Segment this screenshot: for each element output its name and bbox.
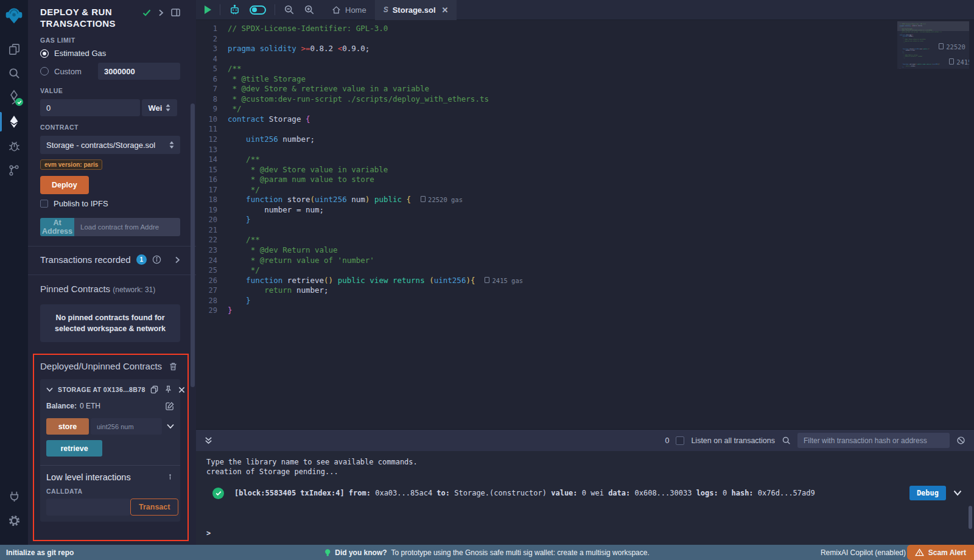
terminal-prompt[interactable]: >	[206, 529, 211, 537]
copilot-status[interactable]: RemixAI Copilot (enabled)	[821, 548, 906, 557]
tab-storage-sol[interactable]: S Storage.sol ✕	[375, 0, 457, 20]
zoom-out-icon[interactable]	[284, 4, 295, 15]
code-line[interactable]: 16 * @param num value to store	[196, 175, 974, 185]
code-line[interactable]: 9 */	[196, 104, 974, 114]
transactions-recorded-row[interactable]: Transactions recorded 1	[40, 254, 180, 265]
info-icon[interactable]	[152, 255, 161, 264]
code-line[interactable]: 2	[196, 34, 974, 44]
contract-select[interactable]: Storage - contracts/Storage.sol	[40, 136, 180, 154]
code-line[interactable]: 12 uint256 number;	[196, 135, 974, 145]
tab-close-icon[interactable]: ✕	[442, 5, 449, 15]
publish-ipfs-checkbox[interactable]	[40, 200, 48, 208]
code-line[interactable]: 18 function store(uint256 num) public {2…	[196, 195, 974, 205]
recorded-expand-icon[interactable]	[175, 256, 180, 264]
value-input[interactable]	[40, 99, 140, 116]
at-address-button[interactable]: At Address	[40, 218, 74, 236]
terminal-line: Type the library name to see available c…	[206, 457, 974, 467]
scam-alert-badge[interactable]: Scam Alert	[907, 545, 974, 560]
deploy-run-icon[interactable]	[0, 110, 28, 134]
at-address-input[interactable]	[74, 218, 180, 236]
calldata-input[interactable]	[46, 499, 130, 516]
code-line[interactable]: 6 * @title Storage	[196, 74, 974, 85]
code-line[interactable]: 13	[196, 145, 974, 155]
file-explorer-icon[interactable]	[0, 37, 28, 61]
panel-layout-icon[interactable]	[171, 9, 180, 16]
remix-logo[interactable]	[0, 4, 28, 28]
terminal-filter-input[interactable]	[797, 433, 950, 448]
pinned-empty-message: No pinned contracts found for selected w…	[40, 304, 180, 342]
terminal-collapse-icon[interactable]	[205, 436, 212, 444]
copilot-toggle[interactable]	[250, 5, 266, 15]
tx-log-row[interactable]: [block:5583405 txIndex:4] from: 0xa03...…	[206, 486, 974, 500]
panel-scrollbar[interactable]	[191, 103, 195, 387]
ai-copilot-robot-icon[interactable]	[229, 4, 240, 16]
git-icon[interactable]	[0, 158, 28, 183]
code-line[interactable]: 21	[196, 225, 974, 236]
search-icon[interactable]	[0, 61, 28, 85]
code-line[interactable]: 24 * @return value of 'number'	[196, 256, 974, 266]
pin-contract-icon[interactable]	[164, 385, 172, 394]
contract-collapse-icon[interactable]	[46, 387, 53, 392]
low-level-info-icon[interactable]	[166, 474, 174, 481]
expand-args-icon[interactable]	[167, 424, 174, 429]
custom-gas-radio[interactable]	[40, 67, 49, 75]
code-line[interactable]: 1// SPDX-License-Identifier: GPL-3.0	[196, 24, 974, 34]
code-line[interactable]: 22 /**	[196, 235, 974, 245]
edit-balance-icon[interactable]	[166, 402, 174, 410]
debug-button[interactable]: Debug	[909, 486, 946, 500]
store-argument-input[interactable]	[91, 418, 162, 435]
code-text: * @title Storage	[900, 28, 912, 29]
retrieve-function-button[interactable]: retrieve	[46, 440, 102, 457]
value-unit-select[interactable]: Wei	[142, 99, 177, 116]
code-line[interactable]: 20 }	[196, 215, 974, 225]
deploy-button[interactable]: Deploy	[40, 176, 89, 194]
code-line[interactable]: 15 * @dev Store value in variable	[196, 165, 974, 175]
store-function-button[interactable]: store	[46, 418, 89, 435]
terminal-search-icon[interactable]	[782, 436, 791, 445]
code-line[interactable]: 17 */	[196, 185, 974, 195]
solidity-compiler-icon[interactable]	[0, 85, 28, 110]
code-line[interactable]: 7 * @dev Store & retrieve value in a var…	[196, 84, 974, 94]
code-line[interactable]: 28 }	[196, 296, 974, 306]
estimated-gas-radio[interactable]	[40, 49, 49, 58]
code-line[interactable]: 3pragma solidity >=0.8.2 <0.9.0;	[196, 44, 974, 54]
remove-contract-icon[interactable]	[178, 387, 185, 393]
trash-icon[interactable]	[169, 362, 177, 371]
code-line[interactable]: 19 number = num;	[196, 205, 974, 215]
code-line[interactable]: 26 function retrieve() public view retur…	[196, 276, 974, 286]
code-line[interactable]: 23 * @dev Return value	[196, 245, 974, 256]
debugger-icon[interactable]	[0, 134, 28, 158]
run-script-icon[interactable]	[205, 5, 211, 14]
plugin-manager-icon[interactable]	[0, 484, 28, 508]
terminal-body[interactable]: Type the library name to see available c…	[196, 451, 974, 545]
line-number: 3	[196, 44, 228, 54]
code-line[interactable]: 14 /**	[196, 155, 974, 165]
custom-gas-input[interactable]	[98, 63, 180, 80]
settings-gear-icon[interactable]	[0, 508, 28, 533]
code-line[interactable]: 29}	[196, 306, 974, 316]
code-line[interactable]: 27 return number;	[196, 285, 974, 296]
terminal-scrollbar[interactable]	[969, 506, 972, 529]
listen-all-label: Listen on all transactions	[691, 436, 775, 445]
panel-expand-icon[interactable]	[158, 9, 164, 16]
code-text: /**	[900, 26, 902, 27]
transact-button[interactable]: Transact	[130, 499, 178, 516]
remix-ide-window: DEPLOY & RUN TRANSACTIONS GAS LIMIT	[0, 0, 974, 560]
git-init-button[interactable]: Initialize as git repo	[0, 548, 74, 557]
code-line[interactable]: 4	[196, 54, 974, 65]
clear-console-icon[interactable]	[956, 436, 965, 445]
tx-expand-icon[interactable]	[953, 490, 962, 496]
minimap[interactable]: // SPDX-License-Identifier: GPL-3.0pragm…	[897, 21, 969, 69]
tab-home[interactable]: Home	[323, 0, 375, 20]
code-text: uint256 number;	[228, 135, 315, 145]
code-editor[interactable]: 1// SPDX-License-Identifier: GPL-3.023pr…	[196, 20, 974, 429]
contract-selected-value: Storage - contracts/Storage.sol	[46, 141, 169, 150]
code-line[interactable]: 25 */	[196, 265, 974, 276]
code-line[interactable]: 8 * @custom:dev-run-script ./scripts/dep…	[196, 94, 974, 105]
code-line[interactable]: 10contract Storage {	[196, 114, 974, 125]
listen-all-checkbox[interactable]	[676, 436, 684, 445]
copy-address-icon[interactable]	[150, 385, 158, 394]
code-line[interactable]: 5/**	[196, 64, 974, 74]
zoom-in-icon[interactable]	[304, 4, 315, 15]
code-line[interactable]: 11	[196, 124, 974, 135]
